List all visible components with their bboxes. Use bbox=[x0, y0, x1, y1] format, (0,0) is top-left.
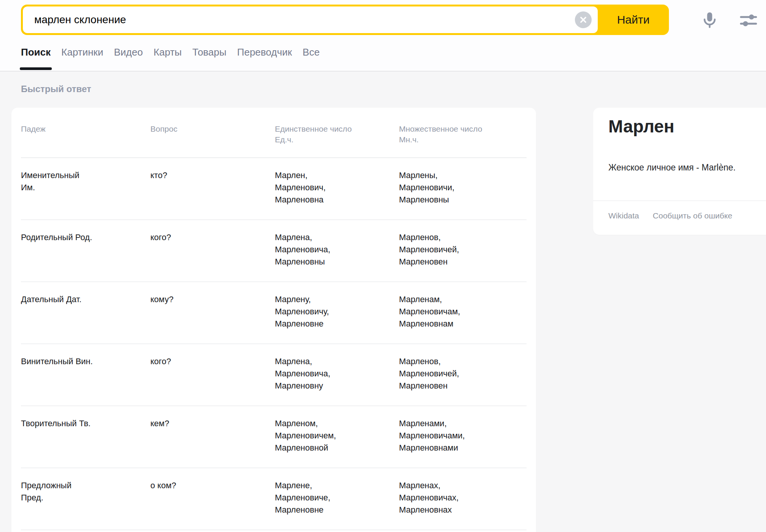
column-header-singular: Единственное число Ед.ч. bbox=[275, 124, 399, 158]
table-row: Родительный Род. кого? Марлена, Марленов… bbox=[21, 220, 527, 282]
singular-cell: Марлена, Марленовича, Марленовну bbox=[275, 355, 399, 392]
plural-cell: Марленов, Марленовичей, Марленовен bbox=[399, 231, 527, 268]
plural-cell: Марленами, Марленовичами, Марленовнами bbox=[399, 417, 527, 454]
plural-cell: Марлены, Марленовичи, Марленовны bbox=[399, 169, 527, 206]
case-cell: Родительный Род. bbox=[21, 231, 150, 268]
case-cell: Предложный Пред. bbox=[21, 479, 150, 516]
close-icon bbox=[579, 16, 587, 24]
singular-cell: Марленом, Марленовичем, Марленовной bbox=[275, 417, 399, 454]
case-cell: Творительный Тв. bbox=[21, 417, 150, 454]
quick-answer-label: Быстрый ответ bbox=[21, 84, 91, 94]
plural-cell: Марленах, Марленовичах, Марленовнах bbox=[399, 479, 527, 516]
column-header-question: Вопрос bbox=[150, 124, 275, 158]
wikidata-link[interactable]: Wikidata bbox=[608, 211, 639, 220]
search-tabs: Поиск Картинки Видео Карты Товары Перево… bbox=[21, 42, 320, 71]
table-row: Именительный Им. кто? Марлен, Марленович… bbox=[21, 158, 527, 220]
table-row: Дательный Дат. кому? Марлену, Марленович… bbox=[21, 282, 527, 344]
entity-card: Марлен Женское личное имя - Marlène. Wik… bbox=[593, 108, 766, 235]
question-cell: кто? bbox=[150, 169, 275, 206]
search-form: марлен склонение Найти bbox=[21, 5, 669, 35]
question-cell: кого? bbox=[150, 231, 275, 268]
singular-cell: Марлене, Марленовиче, Марленовне bbox=[275, 479, 399, 516]
case-cell: Дательный Дат. bbox=[21, 293, 150, 330]
tab-images[interactable]: Картинки bbox=[61, 42, 103, 71]
entity-card-divider bbox=[593, 201, 766, 201]
singular-cell: Марлена, Марленовича, Марленовны bbox=[275, 231, 399, 268]
entity-description: Женское личное имя - Marlène. bbox=[608, 162, 736, 173]
tab-all[interactable]: Все bbox=[303, 42, 320, 71]
question-cell: кого? bbox=[150, 355, 275, 392]
tab-video[interactable]: Видео bbox=[114, 42, 143, 71]
header-divider bbox=[0, 71, 766, 72]
microphone-icon bbox=[701, 11, 719, 29]
entity-card-links: Wikidata Сообщить об ошибке bbox=[608, 211, 732, 220]
plural-cell: Марленов, Марленовичей, Марленовен bbox=[399, 355, 527, 392]
report-error-link[interactable]: Сообщить об ошибке bbox=[653, 211, 732, 220]
clear-search-button[interactable] bbox=[575, 11, 592, 28]
question-cell: кому? bbox=[150, 293, 275, 330]
declension-table-card: Падеж Вопрос Единственное число Ед.ч. Мн… bbox=[11, 108, 536, 532]
entity-title: Марлен bbox=[608, 116, 674, 137]
case-cell: Именительный Им. bbox=[21, 169, 150, 206]
tab-search[interactable]: Поиск bbox=[21, 42, 51, 71]
case-cell: Винительный Вин. bbox=[21, 355, 150, 392]
tab-translator[interactable]: Переводчик bbox=[237, 42, 292, 71]
tab-goods[interactable]: Товары bbox=[192, 42, 226, 71]
column-header-plural: Множественное число Мн.ч. bbox=[399, 124, 527, 158]
search-input[interactable]: марлен склонение bbox=[23, 6, 598, 33]
singular-cell: Марлену, Марленовичу, Марленовне bbox=[275, 293, 399, 330]
question-cell: о ком? bbox=[150, 479, 275, 516]
table-header-row: Падеж Вопрос Единственное число Ед.ч. Мн… bbox=[21, 108, 527, 158]
table-row: Предложный Пред. о ком? Марлене, Марлено… bbox=[21, 468, 527, 530]
search-query-text[interactable]: марлен склонение bbox=[23, 14, 126, 26]
singular-cell: Марлен, Марленович, Марленовна bbox=[275, 169, 399, 206]
table-row: Винительный Вин. кого? Марлена, Марленов… bbox=[21, 344, 527, 406]
question-cell: кем? bbox=[150, 417, 275, 454]
voice-search-button[interactable] bbox=[699, 9, 720, 30]
tab-maps[interactable]: Карты bbox=[153, 42, 182, 71]
search-submit-button[interactable]: Найти bbox=[598, 6, 669, 33]
tune-sliders-icon bbox=[739, 11, 758, 30]
search-settings-button[interactable] bbox=[738, 10, 759, 31]
table-row: Творительный Тв. кем? Марленом, Марленов… bbox=[21, 406, 527, 468]
plural-cell: Марленам, Марленовичам, Марленовнам bbox=[399, 293, 527, 330]
column-header-case: Падеж bbox=[21, 124, 150, 158]
